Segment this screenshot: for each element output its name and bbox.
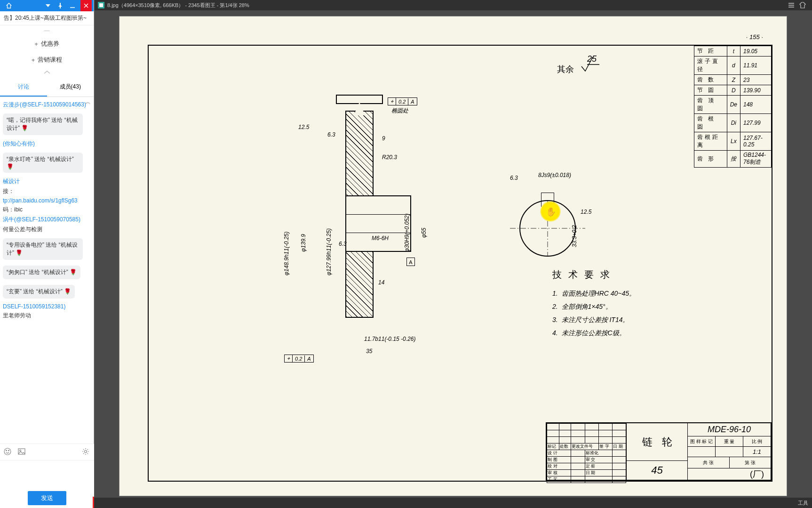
drawing-number: MDE-96-10 <box>688 423 771 436</box>
gdt-top-ref: A <box>408 98 416 105</box>
dropdown-icon[interactable] <box>44 1 52 10</box>
statusbar-text: 工具 <box>798 500 808 507</box>
ra-6-3c: 6.3 <box>510 175 518 181</box>
sheet-row: 共 张 第 张 <box>688 457 771 468</box>
viewer-titlebar: 8.jpg（4964×3510像素, 666KB） - 2345看图王 - 第1… <box>94 0 812 10</box>
title-block: 标记处数更改文件号签 字日 期设 计标准化制 图审 交校 对定 察审 核日 期工… <box>546 422 772 481</box>
chat-scroll[interactable]: ︽ 云漫步(@SELF-1510059014563) “喏，记得我疼你” 送给 … <box>0 97 94 427</box>
pan-link[interactable]: tp://pan.baidu.com/s/1gflSg63 <box>3 197 91 204</box>
chat-toolbar <box>0 444 94 460</box>
chat-app: 告】20:45上课~高级工程图班第~ — +优惠券 +营销课程 讨论 成员(43… <box>0 0 94 508</box>
menu-marketing[interactable]: +营销课程 <box>0 52 94 68</box>
param-row: 齿 形按GB1244-76制造 <box>694 151 771 168</box>
gdt-bot-val: 0.2 <box>293 355 305 362</box>
viewer-canvas[interactable]: · 155 · 节 距t19.05滚子直径d11.91齿 数Z23节 圆D139… <box>94 10 812 498</box>
scale-val: 1:1 <box>743 447 771 457</box>
emoji-icon[interactable] <box>4 448 12 456</box>
chat-input[interactable] <box>0 460 94 488</box>
page-number: · 155 · <box>746 33 763 40</box>
drawing-page: · 155 · 节 距t19.05滚子直径d11.91齿 数Z23节 圆D139… <box>119 16 787 496</box>
main-section-view: ⌖0.2A 椭圆处 ⌖0.2A 12.5 6.3 6.3 9 R20.3 M6-… <box>204 97 468 360</box>
tab-discuss[interactable]: 讨论 <box>0 78 47 97</box>
param-row: 齿 顶 圆De148 <box>694 96 771 114</box>
collapse-up-icon[interactable]: — <box>0 25 94 36</box>
key-width: 8Js9(±0.018) <box>538 172 571 178</box>
user-link-2[interactable]: (你知心有你) <box>3 140 91 148</box>
ra-6-3a: 6.3 <box>327 131 335 138</box>
close-icon[interactable] <box>80 0 92 11</box>
image-viewer: 8.jpg（4964×3510像素, 666KB） - 2345看图王 - 第1… <box>94 0 812 508</box>
param-row: 节 圆D139.90 <box>694 85 771 96</box>
radius-r20: R20.3 <box>382 154 397 161</box>
chat-titlebar <box>0 0 94 11</box>
class-notice: 告】20:45上课~高级工程图班第~ <box>0 11 94 25</box>
home-icon[interactable] <box>5 1 13 10</box>
svg-point-8 <box>85 451 87 453</box>
chat-pan-label: 接： <box>3 187 91 195</box>
surface-finish-25: 25 <box>581 56 599 74</box>
gdt-bottom: ⌖0.2A <box>284 355 314 363</box>
tech-requirements: 技术要求 1. 齿面热处理HRC 40~45。2. 全部倒角1×45°。3. 未… <box>552 268 636 342</box>
thread-m6: M6-6H <box>372 235 389 242</box>
svg-point-3 <box>4 448 11 455</box>
svg-rect-6 <box>18 449 25 454</box>
menu-coupons[interactable]: +优惠券 <box>0 36 94 52</box>
chat-bubble-5: “玄要” 送给 “机械设计” 🌹 <box>3 285 75 298</box>
scale-hdr-3: 比 例 <box>743 436 771 446</box>
chat-bubble-2: “泉水叮咚” 送给 “机械设计” 🌹 <box>3 153 83 173</box>
user-link-1[interactable]: 云漫步(@SELF-1510059014563) <box>3 101 91 109</box>
len-35: 35 <box>366 348 372 355</box>
svg-point-5 <box>8 450 9 451</box>
image-icon[interactable] <box>18 448 26 456</box>
material: 45 <box>627 461 687 480</box>
tech-req-item: 4. 未注形位公差按C级。 <box>552 329 636 338</box>
scale-header: 图 样 标 记 重 量 比 例 <box>688 436 771 447</box>
send-button[interactable]: 发送 <box>28 491 66 505</box>
sheet-2: 第 张 <box>730 457 771 468</box>
surface-finish-25-val: 25 <box>587 54 597 64</box>
bore <box>345 214 411 233</box>
tooth-profile <box>354 102 365 115</box>
tech-req-item: 3. 未注尺寸公差按 IT14。 <box>552 316 636 324</box>
chat-bubble-1: “喏，记得我疼你” 送给 “机械设计” 🌹 <box>3 113 83 135</box>
scale-hdr-2: 重 量 <box>716 436 743 446</box>
app-icon <box>98 2 104 8</box>
skin-icon[interactable] <box>797 0 808 10</box>
tech-req-item: 1. 齿面热处理HRC 40~45。 <box>552 290 636 298</box>
dia-30: φ30H9(+0.052) <box>404 213 410 252</box>
scale-hdr-1: 图 样 标 记 <box>688 436 716 446</box>
settings-icon[interactable] <box>82 448 90 456</box>
chat-tabs: 讨论 成员(43) <box>0 78 94 97</box>
param-row: 齿根距离Lx127.67-0.25 <box>694 132 771 151</box>
factory: (厂) <box>688 468 771 480</box>
parameter-table: 节 距t19.05滚子直径d11.91齿 数Z23节 圆D139.90齿 顶 圆… <box>694 46 772 168</box>
tab-members[interactable]: 成员(43) <box>47 78 94 97</box>
keyway-detail: 6.3 8Js9(±0.018) 12.5 33.3+0.2 ✋ <box>510 172 613 275</box>
param-row: 节 距t19.05 <box>694 46 771 56</box>
chat-text-design: 械设计 <box>3 177 91 185</box>
ra-12-5: 12.5 <box>298 124 309 130</box>
pin-icon[interactable] <box>56 1 64 10</box>
chat-code: 码：ibic <box>3 206 91 214</box>
collapse-icon[interactable] <box>0 68 94 78</box>
dia-55: φ55 <box>421 228 427 238</box>
user-link-3[interactable]: 涡牛(@SELF-1510059070585) <box>3 216 91 224</box>
svg-point-7 <box>20 450 21 452</box>
menu-coupons-label: 优惠券 <box>41 40 59 48</box>
qiyu-label: 其余 <box>557 64 574 75</box>
chat-collapse-icon[interactable]: ︽ <box>85 98 91 106</box>
gdt-top: ⌖0.2A <box>388 97 417 105</box>
viewer-title: 8.jpg（4964×3510像素, 666KB） - 2345看图王 - 第1… <box>107 2 249 9</box>
gdt-top-val: 0.2 <box>396 98 408 105</box>
viewer-statusbar: 工具 <box>94 498 812 508</box>
tech-req-item: 2. 全部倒角1×45°。 <box>552 303 636 311</box>
user-link-4[interactable]: DSELF-1510059152381) <box>3 303 91 310</box>
chat-thanks: 里老师劳动 <box>3 312 91 320</box>
param-row: 滚子直径d11.91 <box>694 56 771 75</box>
gdt-top-note: 椭圆处 <box>391 107 408 115</box>
svg-rect-10 <box>99 3 103 7</box>
minimize-icon[interactable] <box>68 1 77 10</box>
part-name: 链轮 <box>627 423 687 461</box>
chat-bubble-3: “专用设备电控” 送给 “机械设计” 🌹 <box>3 238 83 260</box>
menu-icon[interactable] <box>786 0 797 10</box>
